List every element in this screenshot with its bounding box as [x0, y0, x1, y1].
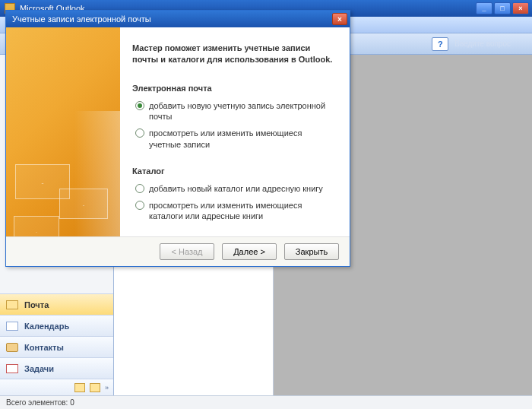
dialog-titlebar: Учетные записи электронной почты ×: [6, 11, 350, 27]
statusbar: Всего элементов: 0: [0, 395, 532, 409]
nav-mail[interactable]: Почта: [0, 293, 113, 315]
envelope-icon: [14, 216, 59, 236]
window-close-button[interactable]: ×: [512, 2, 529, 14]
nav-chevron-icon[interactable]: »: [105, 384, 109, 392]
tasks-icon: [6, 364, 18, 373]
notes-icon[interactable]: [74, 383, 85, 392]
nav-shortcuts: »: [0, 379, 113, 395]
close-button[interactable]: Закрыть: [284, 243, 339, 260]
dialog-button-row: < Назад Далее > Закрыть: [6, 237, 350, 266]
radio-icon: [135, 184, 144, 193]
radio-icon: [135, 101, 144, 110]
dialog-title: Учетные записи электронной почты: [12, 14, 151, 24]
wizard-intro: Мастер поможет изменить учетные записи п…: [132, 43, 336, 65]
contacts-icon: [6, 343, 18, 352]
radio-edit-email[interactable]: просмотреть или изменить имеющиеся учетн…: [132, 128, 336, 150]
nav-calendar[interactable]: Календарь: [0, 315, 113, 336]
radio-edit-dir[interactable]: просмотреть или изменить имеющиеся катал…: [132, 200, 336, 222]
nav-tasks[interactable]: Задачи: [0, 357, 113, 379]
wizard-content: Мастер поможет изменить учетные записи п…: [120, 27, 350, 236]
folder-list-icon[interactable]: [90, 383, 100, 392]
search-hint: Введите вопрос: [454, 40, 511, 48]
radio-add-email-label: добавить новую учетную запись электронно…: [149, 100, 336, 122]
nav-contacts[interactable]: Контакты: [0, 336, 113, 357]
radio-add-dir[interactable]: добавить новый каталог или адресную книг…: [132, 183, 336, 194]
calendar-icon: [6, 322, 18, 331]
maximize-button[interactable]: □: [494, 2, 511, 14]
dialog-body: Мастер поможет изменить учетные записи п…: [6, 27, 350, 237]
dialog-close-button[interactable]: ×: [332, 13, 347, 25]
radio-icon: [135, 128, 144, 138]
next-button[interactable]: Далее >: [222, 243, 277, 260]
section-dir-heading: Каталог: [132, 166, 336, 176]
minimize-button[interactable]: _: [476, 2, 492, 14]
accounts-wizard-dialog: Учетные записи электронной почты × Масте…: [5, 10, 350, 267]
section-email-heading: Электронная почта: [132, 84, 336, 93]
nav-mail-label: Почта: [24, 300, 49, 309]
radio-add-email[interactable]: добавить новую учетную запись электронно…: [132, 100, 336, 122]
nav-calendar-label: Календарь: [24, 322, 69, 331]
radio-add-dir-label: добавить новый каталог или адресную книг…: [149, 183, 323, 194]
help-dropdown[interactable]: ?: [432, 37, 448, 51]
status-items: Всего элементов: 0: [6, 398, 74, 407]
nav-contacts-label: Контакты: [24, 343, 64, 352]
back-button: < Назад: [160, 243, 214, 260]
radio-edit-email-label: просмотреть или изменить имеющиеся учетн…: [149, 128, 336, 150]
wizard-artwork: [6, 27, 120, 236]
radio-icon: [135, 201, 144, 210]
envelope-icon: [59, 189, 108, 219]
nav-tasks-label: Задачи: [24, 364, 54, 373]
radio-edit-dir-label: просмотреть или изменить имеющиеся катал…: [149, 200, 336, 222]
mail-icon: [6, 300, 18, 309]
